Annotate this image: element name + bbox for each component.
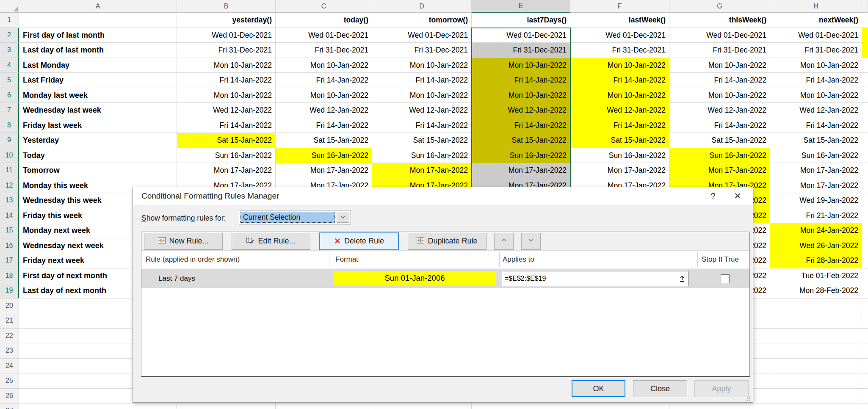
cell-B3[interactable]: Fri 31-Dec-2021 <box>177 43 276 58</box>
cell-B6[interactable]: Mon 10-Jan-2022 <box>177 88 276 103</box>
close-button[interactable]: Close <box>633 380 687 397</box>
cell-F8[interactable]: Fri 14-Jan-2022 <box>570 118 669 133</box>
row-header-13[interactable]: 13 <box>0 193 19 208</box>
cell-A5[interactable]: Last Friday <box>19 73 177 88</box>
cell-D7[interactable]: Wed 12-Jan-2022 <box>372 103 472 118</box>
cell-G1[interactable]: thisWeek() <box>669 13 770 28</box>
ok-button[interactable]: OK <box>572 380 625 397</box>
row-header-9[interactable]: 9 <box>0 133 19 148</box>
delete-rule-button[interactable]: ✕ Delete Rule <box>319 232 399 250</box>
row-header-21[interactable]: 21 <box>0 313 19 329</box>
row-header-22[interactable]: 22 <box>0 329 19 344</box>
cell-C5[interactable]: Fri 14-Jan-2022 <box>276 73 372 88</box>
row-header-20[interactable]: 20 <box>0 298 19 314</box>
rule-row[interactable]: Last 7 days Sun 01-Jan-2006 <box>141 269 749 288</box>
column-header-B[interactable]: B <box>177 0 276 13</box>
column-header-D[interactable]: D <box>372 0 472 13</box>
row-header-1[interactable]: 1 <box>0 13 19 28</box>
row-header-26[interactable]: 26 <box>0 389 19 404</box>
row-header-4[interactable]: 4 <box>0 58 19 73</box>
cell-B9[interactable]: Sat 15-Jan-2022 <box>177 133 276 148</box>
cell-G7[interactable]: Wed 12-Jan-2022 <box>669 103 770 118</box>
cell-H2[interactable]: Wed 01-Dec-2021 <box>770 28 862 43</box>
cell-C7[interactable]: Wed 12-Jan-2022 <box>276 103 372 118</box>
select-all-corner[interactable] <box>0 0 19 13</box>
cell-G4[interactable]: Mon 10-Jan-2022 <box>669 58 770 73</box>
cell-A6[interactable]: Monday last week <box>19 88 177 103</box>
cell-E8[interactable]: Fri 14-Jan-2022 <box>472 118 570 133</box>
cell-D10[interactable]: Sun 16-Jan-2022 <box>372 148 472 163</box>
cell-H14[interactable]: Fri 21-Jan-2022 <box>770 208 862 224</box>
cell-B4[interactable]: Mon 10-Jan-2022 <box>177 58 276 73</box>
move-rule-down-button[interactable] <box>521 233 541 250</box>
cell-A4[interactable]: Last Monday <box>19 58 177 73</box>
cell-E5[interactable]: Fri 14-Jan-2022 <box>472 73 570 88</box>
row-header-17[interactable]: 17 <box>0 253 19 268</box>
cell-G11[interactable]: Mon 17-Jan-2022 <box>669 163 770 178</box>
cell-H9[interactable]: Sat 15-Jan-2022 <box>770 133 862 148</box>
cell-A11[interactable]: Tomorrow <box>19 163 177 178</box>
show-rules-dropdown[interactable]: Current Selection <box>239 210 351 224</box>
cell-D2[interactable]: Wed 01-Dec-2021 <box>372 28 472 43</box>
cell-F9[interactable]: Sat 15-Jan-2022 <box>570 133 669 148</box>
cell-C1[interactable]: today() <box>276 13 372 28</box>
apply-button[interactable]: Apply <box>694 380 749 397</box>
column-header-E[interactable]: E <box>472 0 570 13</box>
row-header-2[interactable]: 2 <box>0 28 19 43</box>
cell-B2[interactable]: Wed 01-Dec-2021 <box>177 28 276 43</box>
column-header-H[interactable]: H <box>770 0 862 13</box>
row-header-24[interactable]: 24 <box>0 359 19 374</box>
row-header-5[interactable]: 5 <box>0 73 19 88</box>
row-header-25[interactable]: 25 <box>0 373 19 389</box>
cell-H15[interactable]: Mon 24-Jan-2022 <box>770 223 862 238</box>
cell-F10[interactable]: Sun 16-Jan-2022 <box>570 148 669 163</box>
cell-A9[interactable]: Yesterday <box>19 133 177 148</box>
cell-G9[interactable]: Sat 15-Jan-2022 <box>669 133 770 148</box>
row-header-27[interactable]: 27 <box>0 403 19 409</box>
stop-if-true-checkbox[interactable] <box>721 274 730 283</box>
cell-G3[interactable]: Fri 31-Dec-2021 <box>669 43 770 58</box>
cell-H6[interactable]: Mon 10-Jan-2022 <box>770 88 862 103</box>
row-header-15[interactable]: 15 <box>0 223 19 238</box>
cell-H8[interactable]: Fri 14-Jan-2022 <box>770 118 862 133</box>
duplicate-rule-button[interactable]: Duplicate Rule <box>408 233 487 250</box>
cell-F7[interactable]: Wed 12-Jan-2022 <box>570 103 669 118</box>
cell-D3[interactable]: Fri 31-Dec-2021 <box>372 43 472 58</box>
cell-D6[interactable]: Mon 10-Jan-2022 <box>372 88 472 103</box>
cell-B8[interactable]: Fri 14-Jan-2022 <box>177 118 276 133</box>
cell-D11[interactable]: Mon 17-Jan-2022 <box>372 163 472 178</box>
row-header-11[interactable]: 11 <box>0 163 19 178</box>
cell-D8[interactable]: Fri 14-Jan-2022 <box>372 118 472 133</box>
cell-A2[interactable]: First day of last month <box>19 28 177 43</box>
move-rule-up-button[interactable] <box>494 233 514 250</box>
column-header-F[interactable]: F <box>570 0 669 13</box>
cell-G8[interactable]: Fri 14-Jan-2022 <box>669 118 770 133</box>
cell-G6[interactable]: Mon 10-Jan-2022 <box>669 88 770 103</box>
row-header-3[interactable]: 3 <box>0 43 19 58</box>
row-header-10[interactable]: 10 <box>0 148 19 163</box>
cell-F6[interactable]: Mon 10-Jan-2022 <box>570 88 669 103</box>
cell-C2[interactable]: Wed 01-Dec-2021 <box>276 28 372 43</box>
cell-H5[interactable]: Fri 14-Jan-2022 <box>770 73 862 88</box>
row-header-7[interactable]: 7 <box>0 103 19 118</box>
cell-H10[interactable]: Sun 16-Jan-2022 <box>770 148 862 163</box>
edit-rule-button[interactable]: Edit Rule... <box>232 233 310 250</box>
cell-C6[interactable]: Mon 10-Jan-2022 <box>276 88 372 103</box>
row-header-8[interactable]: 8 <box>0 118 19 133</box>
applies-to-input[interactable] <box>502 271 676 286</box>
close-icon[interactable]: ✕ <box>728 187 747 205</box>
row-header-18[interactable]: 18 <box>0 268 19 284</box>
column-header-A[interactable]: A <box>19 0 177 13</box>
cell-G10[interactable]: Sun 16-Jan-2022 <box>669 148 770 163</box>
cell-E11[interactable]: Mon 17-Jan-2022 <box>472 163 570 178</box>
cell-H1[interactable]: nextWeek() <box>770 13 862 28</box>
cell-H17[interactable]: Fri 28-Jan-2022 <box>770 253 862 268</box>
cell-E9[interactable]: Sat 15-Jan-2022 <box>472 133 570 148</box>
cell-B5[interactable]: Fri 14-Jan-2022 <box>177 73 276 88</box>
cell-E10[interactable]: Sun 16-Jan-2022 <box>472 148 570 163</box>
cell-E1[interactable]: last7Days() <box>472 13 570 28</box>
row-header-12[interactable]: 12 <box>0 178 19 193</box>
cell-H13[interactable]: Wed 19-Jan-2022 <box>770 193 862 208</box>
dialog-titlebar[interactable]: Conditional Formatting Rules Manager ? ✕ <box>133 187 753 205</box>
cell-H18[interactable]: Tue 01-Feb-2022 <box>770 268 862 284</box>
